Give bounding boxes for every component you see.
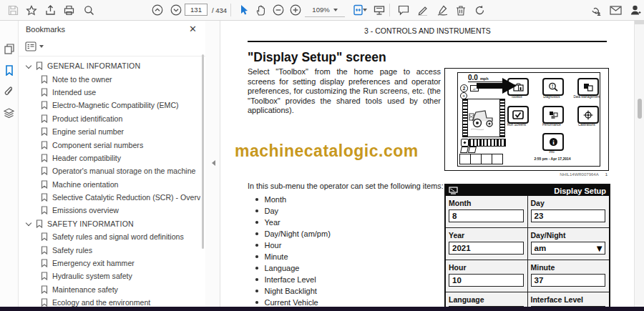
bookmark-item[interactable]: Engine serial number xyxy=(19,125,200,138)
print-icon[interactable] xyxy=(60,0,77,20)
bookmark-section-0[interactable]: GENERAL INFORMATION xyxy=(19,59,200,72)
bookmark-options-icon[interactable] xyxy=(25,41,36,51)
bullet-item: Year xyxy=(255,217,331,228)
bookmark-item[interactable]: Header compatibility xyxy=(19,152,200,164)
bookmark-item[interactable]: Safety rules xyxy=(19,243,200,256)
bookmark-item[interactable]: Emergency exit hammer xyxy=(19,257,200,270)
page-down-icon[interactable] xyxy=(167,0,185,20)
chevron-down-icon[interactable] xyxy=(39,45,44,48)
sign-icon[interactable] xyxy=(434,0,451,20)
vertical-scrollbar[interactable] xyxy=(634,20,644,311)
bookmark-icon xyxy=(41,180,48,189)
info-icon: i xyxy=(549,137,558,147)
bookmark-item[interactable]: Hydraulic system safety xyxy=(19,270,200,282)
attachments-icon[interactable] xyxy=(0,83,18,100)
bullet-dot-icon xyxy=(255,221,258,224)
page-up-icon[interactable] xyxy=(149,0,166,20)
bookmark-item[interactable]: Product identification xyxy=(19,112,200,125)
menu-button-label: Data Management xyxy=(571,95,602,99)
refresh-icon[interactable] xyxy=(471,0,488,20)
field-input[interactable]: 37 xyxy=(531,274,606,287)
bookmark-item[interactable]: Component serial numbers xyxy=(19,138,200,151)
field-input[interactable]: 2021 xyxy=(449,242,524,255)
menu-button-label: Toolbox xyxy=(501,95,532,99)
bookmark-item[interactable]: Machine orientation xyxy=(19,178,200,191)
performance-icon xyxy=(549,111,558,119)
profile-icon[interactable] xyxy=(627,0,644,20)
share-person-icon[interactable] xyxy=(587,0,604,20)
bullet-item: Month xyxy=(255,194,331,205)
display-setup-fields: Month8Day23Year2021Day/Nightam▼Hour10Min… xyxy=(446,196,609,311)
bookmark-item[interactable]: Selective Catalytic Reduction (SCR) - Ov… xyxy=(19,191,200,204)
taskbar-edge xyxy=(0,307,644,311)
bullet-dot-icon xyxy=(255,198,258,201)
bullet-dot-icon xyxy=(255,255,258,258)
data-management-button[interactable] xyxy=(577,78,599,96)
diagnostics-button[interactable]: ! xyxy=(542,78,564,96)
bookmark-section-1[interactable]: SAFETY INFORMATION xyxy=(19,217,200,230)
chevron-down-icon[interactable] xyxy=(361,0,369,20)
info-button[interactable]: i xyxy=(542,133,564,151)
share-export-icon[interactable] xyxy=(42,0,59,20)
setup-field-minute: Minute37 xyxy=(528,260,610,292)
chevron-down-icon[interactable] xyxy=(26,221,31,226)
scrollbar-thumb[interactable] xyxy=(638,99,642,119)
bullet-item: Night Backlight xyxy=(255,285,331,297)
email-icon[interactable] xyxy=(607,0,624,20)
calibrations-icon xyxy=(583,110,593,120)
bullet-dot-icon xyxy=(255,290,258,292)
bookmark-icon xyxy=(36,61,43,70)
calibrations-button[interactable] xyxy=(577,106,599,124)
star-icon[interactable] xyxy=(23,0,40,20)
field-label: Month xyxy=(449,197,524,209)
display-setup-panel: Display Setup Month8Day23Year2021Day/Nig… xyxy=(444,184,610,311)
bookmark-icon xyxy=(41,259,48,267)
search-icon[interactable] xyxy=(80,0,97,20)
zoom-in-icon[interactable] xyxy=(287,0,304,20)
field-input[interactable]: 8 xyxy=(449,209,524,222)
field-input[interactable]: 23 xyxy=(531,209,606,222)
bookmarks-icon[interactable] xyxy=(0,61,18,79)
page-thumbnails-icon[interactable] xyxy=(0,40,18,57)
highlight-icon[interactable] xyxy=(414,0,431,20)
status-grid xyxy=(460,154,503,164)
header-rule xyxy=(248,41,607,42)
layers-icon[interactable] xyxy=(0,104,18,122)
comment-icon[interactable] xyxy=(395,0,412,20)
field-label: Hour xyxy=(449,262,524,274)
bookmark-item[interactable]: Maintenance safety xyxy=(19,283,200,296)
bookmarks-scrollbar[interactable] xyxy=(202,54,204,249)
screen-timestamp: 2:55 pm - Apr 17,2014 xyxy=(507,157,598,161)
bookmark-icon xyxy=(41,167,48,175)
bookmark-item[interactable]: Note to the owner xyxy=(19,72,200,85)
field-label: Day/Night xyxy=(531,229,606,242)
bookmark-item[interactable]: Emissions overview xyxy=(19,204,200,217)
field-input[interactable]: 10 xyxy=(449,274,524,287)
pdf-viewer-window: { "toolbar": { "page_current": "131", "p… xyxy=(0,0,644,311)
bookmark-item[interactable]: Intended use xyxy=(19,86,200,99)
panel-gutter xyxy=(205,20,220,311)
select-tool-icon[interactable] xyxy=(235,0,252,20)
field-input[interactable]: am▼ xyxy=(531,242,606,255)
chevron-down-icon[interactable] xyxy=(26,64,31,69)
display-setup-header: Display Setup xyxy=(446,185,609,196)
display-settings-icon[interactable] xyxy=(371,0,388,20)
performance-button[interactable] xyxy=(542,106,564,124)
bookmark-item[interactable]: Electro-Magnetic Compatibility (EMC) xyxy=(19,99,200,112)
run-screens-button[interactable] xyxy=(507,106,529,124)
bookmark-icon xyxy=(41,127,48,136)
bookmark-icon xyxy=(41,101,48,109)
hand-tool-icon[interactable] xyxy=(252,0,269,20)
page-number-input[interactable] xyxy=(185,4,208,16)
bookmark-icon xyxy=(41,88,48,97)
zoom-level-control[interactable]: 109% xyxy=(305,3,345,17)
bookmark-item[interactable]: Safety rules and signal word definitions xyxy=(19,230,200,243)
bookmark-item[interactable]: Operator's manual storage on the machine xyxy=(19,164,200,177)
dropdown-arrow-icon[interactable]: ▼ xyxy=(595,244,605,253)
delete-icon[interactable] xyxy=(452,0,469,20)
close-icon[interactable]: ✕ xyxy=(189,24,197,34)
bookmarks-title: Bookmarks xyxy=(26,25,65,34)
collapse-panel-icon[interactable] xyxy=(212,160,215,166)
zoom-out-icon[interactable] xyxy=(270,0,287,20)
save-icon[interactable] xyxy=(4,0,21,20)
